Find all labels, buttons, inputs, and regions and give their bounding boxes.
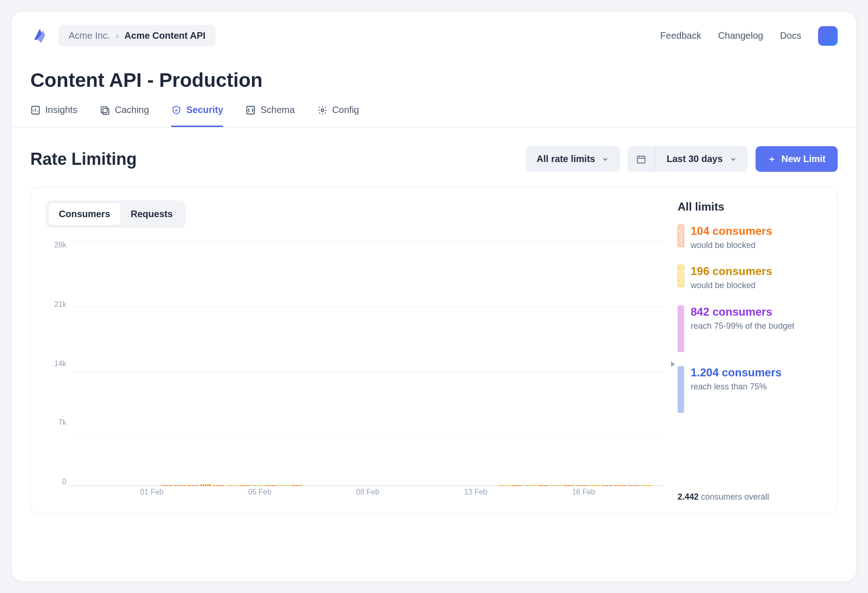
calendar-icon[interactable] — [628, 146, 655, 172]
bar-column[interactable] — [628, 485, 639, 486]
bar-segment-orange — [511, 485, 522, 486]
bar-segment-orange — [538, 485, 548, 486]
chart-plot: 01 Feb05 Feb08 Feb13 Feb16 Feb — [71, 241, 665, 502]
security-icon — [171, 105, 182, 115]
swatch-blue — [678, 366, 684, 413]
rate-limits-filter[interactable]: All rate limits — [525, 146, 621, 172]
chevron-down-icon — [729, 155, 737, 163]
bar-column[interactable] — [226, 485, 237, 486]
bar-column[interactable] — [550, 485, 561, 486]
swatch-yellow — [678, 265, 684, 287]
bar-column[interactable] — [576, 485, 587, 486]
legend-sub: reach 75-99% of the budget — [691, 320, 794, 332]
bar-column[interactable] — [615, 485, 626, 486]
bar-column[interactable] — [538, 485, 548, 486]
bar-column[interactable] — [213, 485, 224, 486]
bar-column[interactable] — [201, 484, 211, 486]
changelog-link[interactable]: Changelog — [718, 30, 763, 41]
toggle-requests[interactable]: Requests — [120, 203, 183, 225]
breadcrumb-org[interactable]: Acme Inc. — [69, 30, 110, 41]
bar-column[interactable] — [498, 485, 509, 486]
x-tick — [71, 488, 125, 502]
tab-caching[interactable]: Caching — [100, 103, 149, 127]
bar-segment-orange — [291, 485, 302, 486]
toggle-consumers[interactable]: Consumers — [49, 203, 120, 225]
y-tick: 0 — [46, 478, 71, 486]
bar-segment-orange — [602, 485, 613, 486]
bar-segment-yellow — [641, 485, 652, 486]
docs-link[interactable]: Docs — [780, 30, 801, 41]
legend: All limits 104 consumerswould be blocked… — [678, 200, 822, 502]
y-tick: 21k — [46, 300, 71, 309]
legend-item-yellow[interactable]: 196 consumerswould be blocked — [678, 265, 822, 291]
app-logo-icon — [30, 27, 49, 45]
tab-label: Insights — [45, 105, 77, 115]
chart-area: 28k21k14k7k0 01 Feb05 Feb08 Feb13 Feb16 … — [46, 241, 665, 502]
tabs: Insights Caching Security Schema Config — [12, 103, 856, 127]
x-tick: 01 Feb — [125, 488, 179, 502]
bar-column[interactable] — [589, 485, 600, 486]
y-tick: 14k — [46, 360, 71, 368]
chart-card: Consumers Requests 28k21k14k7k0 01 Feb05… — [30, 187, 838, 514]
bar-column[interactable] — [175, 485, 185, 486]
date-range-picker[interactable]: Last 30 days — [628, 146, 748, 172]
chevron-right-icon: › — [116, 30, 119, 41]
x-tick: 05 Feb — [233, 488, 287, 502]
feedback-link[interactable]: Feedback — [660, 30, 701, 41]
tab-security[interactable]: Security — [171, 103, 223, 127]
chevron-down-icon — [602, 155, 609, 163]
tab-schema[interactable]: Schema — [245, 103, 294, 127]
legend-count: 196 consumers — [691, 265, 772, 278]
legend-count: 842 consumers — [691, 305, 794, 318]
bar-column[interactable] — [278, 485, 289, 486]
bar-segment-yellow — [498, 485, 509, 486]
range-label: Last 30 days — [666, 154, 722, 164]
controls-row: Rate Limiting All rate limits Last 30 da… — [12, 127, 856, 181]
legend-item-orange[interactable]: 104 consumerswould be blocked — [678, 225, 822, 251]
bar-segment-orange — [201, 485, 211, 486]
bar-column[interactable] — [525, 485, 535, 486]
tab-label: Caching — [115, 105, 149, 115]
legend-sub: would be blocked — [691, 240, 772, 251]
caching-icon — [100, 105, 110, 115]
section-title: Rate Limiting — [30, 149, 137, 169]
avatar[interactable] — [818, 26, 838, 46]
svg-rect-5 — [637, 156, 645, 163]
bar-column[interactable] — [161, 485, 172, 486]
tab-config[interactable]: Config — [317, 103, 359, 127]
legend-item-blue[interactable]: 1.204 consumersreach less than 75% — [678, 366, 822, 413]
bar-column[interactable] — [239, 485, 250, 486]
bar-segment-orange — [239, 485, 250, 486]
swatch-orange — [678, 225, 684, 247]
breadcrumb-api[interactable]: Acme Content API — [125, 30, 206, 41]
legend-item-purple[interactable]: 842 consumersreach 75-99% of the budget — [678, 305, 822, 352]
schema-icon — [245, 105, 256, 115]
view-toggle: Consumers Requests — [46, 200, 186, 228]
bar-column[interactable] — [602, 485, 613, 486]
bar-segment-orange — [628, 485, 639, 486]
bar-column[interactable] — [188, 485, 198, 486]
new-limit-button[interactable]: New Limit — [756, 146, 838, 172]
y-tick: 28k — [46, 241, 71, 249]
tab-insights[interactable]: Insights — [30, 103, 77, 127]
bar-segment-orange — [576, 485, 587, 486]
swatch-purple — [678, 305, 684, 352]
bar-segment-orange — [161, 485, 172, 486]
bar-segment-orange — [213, 485, 224, 486]
bar-column[interactable] — [252, 485, 263, 486]
x-tick — [179, 488, 233, 502]
bar-column[interactable] — [641, 485, 652, 486]
bar-column[interactable] — [291, 485, 302, 486]
x-tick: 16 Feb — [557, 488, 611, 502]
bar-column[interactable] — [265, 485, 276, 486]
bar-column[interactable] — [563, 485, 574, 486]
tab-label: Security — [186, 105, 223, 115]
header: Acme Inc. › Acme Content API Feedback Ch… — [12, 12, 856, 52]
y-axis: 28k21k14k7k0 — [46, 241, 71, 502]
bar-column[interactable] — [511, 485, 522, 486]
button-label: New Limit — [782, 154, 826, 164]
x-tick — [610, 488, 665, 502]
bar-segment-orange — [175, 485, 185, 486]
breadcrumb[interactable]: Acme Inc. › Acme Content API — [58, 25, 216, 47]
svg-rect-1 — [101, 106, 107, 113]
